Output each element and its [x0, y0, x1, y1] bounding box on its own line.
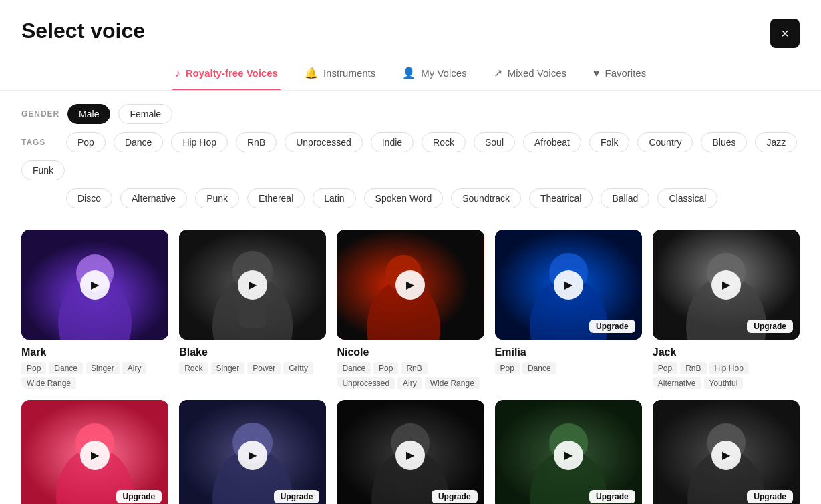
voice-grid: ▶ Mark Pop Dance Singer Airy Wide Range [0, 216, 821, 504]
upgrade-badge-alyssa[interactable]: Upgrade [116, 490, 162, 503]
voice-card-nicole[interactable]: ▶ Nicole Dance Pop RnB Unprocessed Airy … [337, 230, 484, 389]
tag-jazz[interactable]: Jazz [755, 132, 797, 152]
tag-afrobeat[interactable]: Afrobeat [523, 132, 581, 152]
tag-spoken-word[interactable]: Spoken Word [364, 188, 444, 208]
tag-latin[interactable]: Latin [313, 188, 355, 208]
tab-favorites-label: Favorites [605, 67, 647, 79]
tag-folk[interactable]: Folk [589, 132, 629, 152]
voice-name-mark: Mark [21, 346, 168, 358]
voice-card-jack[interactable]: ▶ Upgrade Jack Pop RnB Hip Hop Alternati… [653, 230, 800, 389]
upgrade-badge-emilia[interactable]: Upgrade [589, 320, 635, 333]
voice-name-blake: Blake [179, 346, 326, 358]
tab-mixed-voices[interactable]: ↗ Mixed Voices [491, 61, 569, 90]
tag-blues[interactable]: Blues [701, 132, 747, 152]
voice-card-june[interactable]: ▶ Upgrade June Soul Blues Jazz Singer Or… [337, 400, 484, 504]
music-icon: ♪ [175, 67, 180, 79]
tag-hiphop[interactable]: Hip Hop [171, 132, 228, 152]
play-button-emilia[interactable]: ▶ [554, 270, 583, 300]
tab-royalty-free-label: Royalty-free Voices [186, 67, 278, 79]
play-button-theodore[interactable]: ▶ [711, 441, 741, 470]
tags-filter-row: TAGS Pop Dance Hip Hop RnB Unprocessed I… [21, 132, 800, 180]
tab-favorites[interactable]: ♥ Favorites [591, 61, 649, 90]
tag-rock[interactable]: Rock [422, 132, 466, 152]
voice-name-nicole: Nicole [337, 346, 484, 358]
close-button[interactable]: × [770, 19, 800, 48]
gender-male-chip[interactable]: Male [67, 104, 110, 124]
play-button-june[interactable]: ▶ [395, 441, 425, 470]
voice-tags-mark: Pop Dance Singer Airy Wide Range [21, 362, 168, 389]
filters-section: GENDER Male Female TAGS Pop Dance Hip Ho… [0, 91, 821, 208]
tag-classical[interactable]: Classical [657, 188, 717, 208]
tags-label: TAGS [21, 138, 58, 147]
upgrade-badge-thomas[interactable]: Upgrade [589, 490, 635, 503]
page-header: Select voice × [0, 0, 821, 48]
tag-soundtrack[interactable]: Soundtrack [451, 188, 521, 208]
tag-theatrical[interactable]: Theatrical [529, 188, 593, 208]
tag-alternative[interactable]: Alternative [120, 188, 187, 208]
upgrade-badge-jack[interactable]: Upgrade [747, 320, 793, 333]
tab-my-voices[interactable]: 👤 My Voices [399, 61, 469, 90]
play-button-mark[interactable]: ▶ [80, 270, 110, 300]
voice-card-theodore[interactable]: ▶ Upgrade Theodore Soul Deep Funk Old Sc… [653, 400, 800, 504]
tag-disco[interactable]: Disco [66, 188, 112, 208]
play-button-alyssa[interactable]: ▶ [80, 441, 110, 470]
tag-rnb[interactable]: RnB [236, 132, 277, 152]
tab-my-voices-label: My Voices [421, 67, 466, 79]
play-button-thomas[interactable]: ▶ [554, 441, 583, 470]
upgrade-badge-june[interactable]: Upgrade [432, 490, 478, 503]
tag-ethereal[interactable]: Ethereal [247, 188, 305, 208]
voice-card-amina[interactable]: ▶ Upgrade Amina Unprocessed Jazz Indie R… [179, 400, 326, 504]
voice-card-alyssa[interactable]: ▶ Upgrade Alyssa RnB Hip Hop Pop Unproce… [21, 400, 168, 504]
tag-dance[interactable]: Dance [114, 132, 163, 152]
voice-card-mark[interactable]: ▶ Mark Pop Dance Singer Airy Wide Range [21, 230, 168, 389]
play-button-blake[interactable]: ▶ [238, 270, 267, 300]
voice-tags-emilia: Pop Dance [495, 362, 642, 374]
tags-filter-row-2: TAGS Disco Alternative Punk Ethereal Lat… [21, 188, 800, 208]
tag-ballad[interactable]: Ballad [601, 188, 649, 208]
tag-funk[interactable]: Funk [21, 160, 65, 180]
voice-name-emilia: Emilia [495, 346, 642, 358]
voice-name-jack: Jack [653, 346, 800, 358]
voice-tags-nicole: Dance Pop RnB Unprocessed Airy Wide Rang… [337, 362, 484, 389]
arrow-icon: ↗ [494, 67, 502, 79]
gender-filter-row: GENDER Male Female [21, 104, 800, 124]
voice-tags-jack: Pop RnB Hip Hop Alternative Youthful [653, 362, 800, 389]
voice-card-blake[interactable]: ▶ Blake Rock Singer Power Gritty [179, 230, 326, 389]
tag-soul[interactable]: Soul [474, 132, 515, 152]
bell-icon: 🔔 [305, 67, 318, 79]
play-button-jack[interactable]: ▶ [711, 270, 741, 300]
gender-female-chip[interactable]: Female [118, 104, 172, 124]
upgrade-badge-theodore[interactable]: Upgrade [747, 490, 793, 503]
gender-label: GENDER [21, 109, 59, 119]
tab-royalty-free[interactable]: ♪ Royalty-free Voices [172, 61, 281, 90]
play-button-nicole[interactable]: ▶ [395, 270, 425, 300]
tab-mixed-voices-label: Mixed Voices [508, 67, 566, 79]
tag-punk[interactable]: Punk [195, 188, 239, 208]
page-title: Select voice [21, 19, 145, 43]
tab-instruments[interactable]: 🔔 Instruments [302, 61, 378, 90]
voice-card-thomas[interactable]: ▶ Upgrade Thomas Unprocessed Pop Dance R… [495, 400, 642, 504]
play-button-amina[interactable]: ▶ [238, 441, 267, 470]
tag-indie[interactable]: Indie [371, 132, 414, 152]
tab-instruments-label: Instruments [323, 67, 375, 79]
person-icon: 👤 [402, 67, 416, 79]
tag-unprocessed[interactable]: Unprocessed [285, 132, 363, 152]
voice-card-emilia[interactable]: ▶ Upgrade Emilia Pop Dance [495, 230, 642, 389]
heart-icon: ♥ [593, 67, 600, 79]
voice-tags-blake: Rock Singer Power Gritty [179, 362, 326, 374]
upgrade-badge-amina[interactable]: Upgrade [274, 490, 320, 503]
tag-country[interactable]: Country [637, 132, 693, 152]
tag-pop[interactable]: Pop [66, 132, 106, 152]
nav-tabs: ♪ Royalty-free Voices 🔔 Instruments 👤 My… [0, 48, 821, 91]
